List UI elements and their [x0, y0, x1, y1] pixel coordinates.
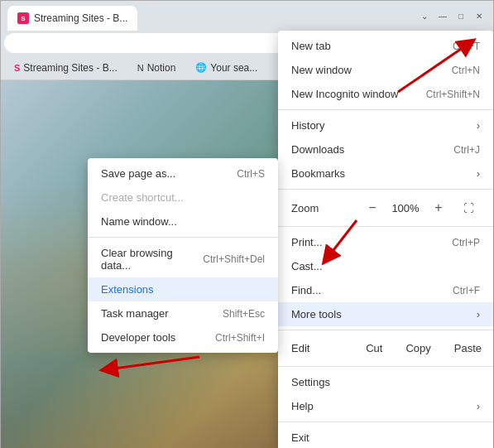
menu-item-help[interactable]: Help › — [278, 394, 493, 418]
separator-4 — [278, 330, 493, 330]
bookmark-notion[interactable]: N Notion — [131, 60, 183, 75]
maximize-button[interactable]: □ — [453, 8, 468, 23]
menu-item-new-tab[interactable]: New tab Ctrl+T — [278, 34, 493, 58]
submenu-extensions[interactable]: Extensions — [88, 277, 278, 301]
zoom-in-button[interactable]: + — [427, 196, 450, 219]
menu-item-settings[interactable]: Settings — [278, 370, 493, 394]
minimize-button[interactable]: — — [435, 8, 450, 23]
separator-1 — [278, 109, 493, 110]
menu-item-find[interactable]: Find... Ctrl+F — [278, 278, 493, 302]
zoom-value: 100% — [391, 202, 420, 214]
submenu-task-manager[interactable]: Task manager Shift+Esc — [88, 301, 278, 325]
tab-favicon: S — [17, 12, 29, 24]
menu-item-bookmarks[interactable]: Bookmarks › — [278, 161, 493, 185]
menu-item-new-window[interactable]: New window Ctrl+N — [278, 58, 493, 82]
submenu-name-window[interactable]: Name window... — [88, 210, 278, 234]
active-tab[interactable]: S Streaming Sites - B... — [7, 6, 137, 31]
separator-2 — [278, 189, 493, 190]
bookmark-streaming[interactable]: S Streaming Sites - B... — [7, 60, 124, 75]
separator-3 — [278, 226, 493, 227]
bookmark-notion-label: Notion — [147, 62, 176, 74]
zoom-row: Zoom − 100% + ⛶ — [278, 193, 493, 223]
menu-item-history[interactable]: History › — [278, 113, 493, 137]
chevron-down-icon[interactable]: ⌄ — [417, 8, 432, 23]
zoom-out-button[interactable]: − — [361, 196, 384, 219]
title-bar: S Streaming Sites - B... ⌄ — □ ✕ — [1, 1, 493, 31]
submenu-create-shortcut[interactable]: Create shortcut... — [88, 185, 278, 210]
fullscreen-button[interactable]: ⛶ — [457, 196, 480, 219]
paste-button[interactable]: Paste — [443, 337, 493, 359]
menu-item-more-tools[interactable]: More tools › — [278, 302, 493, 326]
menu-item-new-incognito[interactable]: New Incognito window Ctrl+Shift+N — [278, 82, 493, 106]
bookmark-search-label: Your sea... — [210, 62, 257, 74]
more-tools-submenu: Save page as... Ctrl+S Create shortcut..… — [88, 158, 278, 353]
submenu-developer-tools[interactable]: Developer tools Ctrl+Shift+I — [88, 325, 278, 349]
tab-bar: S Streaming Sites - B... — [7, 1, 137, 31]
submenu-separator-1 — [88, 237, 278, 238]
browser-window: S Streaming Sites - B... ⌄ — □ ✕ ⇧ ☆ ▭ G… — [0, 0, 494, 448]
separator-5 — [278, 366, 493, 367]
window-controls: ⌄ — □ ✕ — [417, 8, 487, 23]
tab-title: Streaming Sites - B... — [34, 12, 127, 24]
main-context-menu: New tab Ctrl+T New window Ctrl+N New Inc… — [278, 31, 493, 448]
copy-button[interactable]: Copy — [394, 337, 442, 359]
submenu-clear-browsing[interactable]: Clear browsing data... Ctrl+Shift+Del — [88, 241, 278, 277]
menu-item-cast[interactable]: Cast... — [278, 254, 493, 278]
bookmark-search[interactable]: 🌐 Your sea... — [189, 60, 264, 75]
edit-row: Edit Cut Copy Paste — [278, 334, 493, 363]
menu-item-print[interactable]: Print... Ctrl+P — [278, 230, 493, 254]
menu-item-downloads[interactable]: Downloads Ctrl+J — [278, 137, 493, 161]
menu-item-exit[interactable]: Exit — [278, 426, 493, 448]
bookmark-label: Streaming Sites - B... — [23, 62, 117, 74]
close-button[interactable]: ✕ — [472, 8, 487, 23]
submenu-save-page[interactable]: Save page as... Ctrl+S — [88, 161, 278, 185]
cut-button[interactable]: Cut — [354, 337, 394, 359]
separator-6 — [278, 422, 493, 422]
